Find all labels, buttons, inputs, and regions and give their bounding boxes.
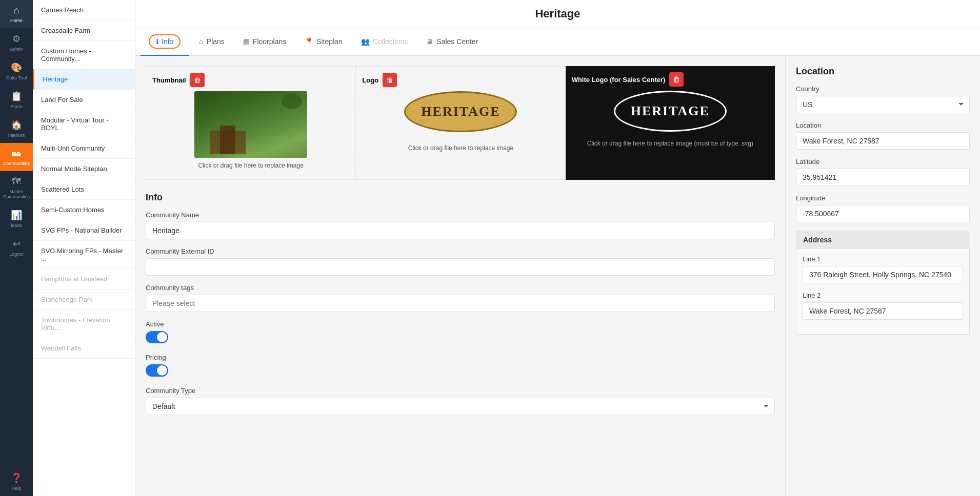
location-label: Location <box>796 121 970 129</box>
logo-upload-button[interactable]: 🗑 <box>383 73 397 87</box>
address-line1-group: Line 1 <box>803 255 963 283</box>
sidebar-item-custom-homes[interactable]: Custom Homes - Community... <box>33 41 135 69</box>
community-name-group: Community Name <box>146 211 775 239</box>
nav-label-communities: Communities <box>3 161 30 166</box>
pricing-group: Pricing <box>146 354 775 379</box>
location-input[interactable] <box>796 132 970 150</box>
info-section-title: Info <box>146 192 775 203</box>
tab-plans-label: Plans <box>207 37 225 46</box>
logo-image: Heritage <box>404 91 517 132</box>
sidebar-item-multi-unit[interactable]: Multi-Unit Community <box>33 138 135 159</box>
siteplan-icon: 📍 <box>305 37 313 46</box>
country-group: Country US <box>796 85 970 113</box>
tab-bar: ℹ Info ⌂ Plans ▦ Floorplans 📍 Siteplan 👥… <box>135 28 980 56</box>
community-name-input[interactable] <box>146 222 775 239</box>
nav-item-plans[interactable]: 📋 Plans <box>0 86 33 114</box>
home-icon: ⌂ <box>14 5 19 16</box>
logo-header: Logo 🗑 <box>362 73 559 87</box>
nav-item-logout[interactable]: ↩ Logout <box>0 233 33 262</box>
active-label: Active <box>146 320 775 328</box>
nav-label-plans: Plans <box>11 104 23 109</box>
sidebar-item-croasdaile-farm[interactable]: Croasdaile Farm <box>33 20 135 41</box>
country-select[interactable]: US <box>796 96 970 113</box>
nav-label-admin: Admin <box>10 47 23 52</box>
sidebar-item-semi-custom[interactable]: Semi-Custom Homes <box>33 200 135 220</box>
sidebar-item-heritage[interactable]: Heritage <box>33 69 135 90</box>
nav-label-interiors: Interiors <box>8 133 25 138</box>
thumbnail-content: Click or drag file here to replace image <box>152 91 349 173</box>
tab-siteplan[interactable]: 📍 Siteplan <box>296 31 351 53</box>
tab-sales-center[interactable]: 🖥 Sales Center <box>418 31 486 53</box>
sidebar-item-land-for-sale[interactable]: Land For Sale <box>33 90 135 110</box>
sidebar-item-svg-fps[interactable]: SVG FPs - National Builder <box>33 220 135 241</box>
info-section: Info Community Name Community External I… <box>146 192 775 415</box>
thumbnail-upload-box[interactable]: Thumbnail 🗑 Click or drag file here to r… <box>146 66 356 180</box>
address-line1-label: Line 1 <box>803 255 963 263</box>
page-header: Heritage <box>135 0 980 28</box>
community-external-id-label: Community External ID <box>146 247 775 255</box>
thumbnail-image <box>194 91 307 158</box>
white-logo-upload-box[interactable]: White Logo (for Sales Center) 🗑 Heritage… <box>566 66 775 180</box>
tab-floorplans[interactable]: ▦ Floorplans <box>235 31 294 53</box>
pricing-label: Pricing <box>146 354 775 361</box>
nav-label-color-tool: Color Tool <box>6 75 27 80</box>
white-logo-header: White Logo (for Sales Center) 🗑 <box>572 72 769 87</box>
active-group: Active <box>146 320 775 345</box>
community-tags-input[interactable] <box>146 295 775 312</box>
nav-item-home[interactable]: ⌂ Home <box>0 0 33 28</box>
thumbnail-upload-button[interactable]: 🗑 <box>190 73 205 87</box>
interiors-icon: 🏠 <box>11 119 22 131</box>
tab-info-label: Info <box>162 37 173 46</box>
sidebar-item-modular[interactable]: Modular - Virtual Tour - BOYL <box>33 110 135 138</box>
address-body: Line 1 Line 2 <box>796 249 970 335</box>
tab-plans[interactable]: ⌂ Plans <box>191 31 233 53</box>
nav-item-communities[interactable]: 🏘 Communities <box>0 143 33 171</box>
nav-item-master-communities[interactable]: 🗺 Master Communities <box>0 171 33 204</box>
sidebar-item-stonehenge[interactable]: Stonehenge Park <box>33 290 135 310</box>
nav-label-help: Help <box>12 486 22 491</box>
nav-item-color-tool[interactable]: 🎨 Color Tool <box>0 57 33 86</box>
sidebar-item-normal-mode[interactable]: Normal Mode Siteplan <box>33 159 135 179</box>
address-line1-input[interactable] <box>803 266 963 283</box>
nav-item-help[interactable]: ❓ Help <box>0 467 33 496</box>
logo-upload-box[interactable]: Logo 🗑 Heritage Click or drag file here … <box>356 66 565 180</box>
sidebar-item-svg-mirroring[interactable]: SVG Mirroring FPs - Master ... <box>33 241 135 269</box>
leads-icon: 📊 <box>11 210 22 221</box>
logout-icon: ↩ <box>13 238 21 250</box>
longitude-group: Longitude <box>796 194 970 222</box>
white-logo-label: White Logo (for Sales Center) <box>572 76 666 84</box>
community-type-select[interactable]: Default <box>146 398 775 415</box>
logo-label: Logo <box>362 76 378 84</box>
sidebar-item-hamptons[interactable]: Hamptons at Umstead <box>33 269 135 290</box>
pricing-toggle[interactable] <box>146 364 168 377</box>
sidebar-item-wendell-falls[interactable]: Wendell Falls <box>33 338 135 359</box>
sidebar-item-scattered-lots[interactable]: Scattered Lots <box>33 179 135 200</box>
page-title: Heritage <box>146 7 970 20</box>
tab-collections[interactable]: 👥 Collections <box>353 31 416 53</box>
nav-item-interiors[interactable]: 🏠 Interiors <box>0 114 33 143</box>
logo-replace-text: Click or drag file here to replace image <box>404 140 517 156</box>
sidebar-item-carries-reach[interactable]: Carries Reach <box>33 0 135 20</box>
latitude-input[interactable] <box>796 169 970 186</box>
sidebar: Carries Reach Croasdaile Farm Custom Hom… <box>33 0 135 496</box>
nav-label-logout: Logout <box>9 252 24 257</box>
active-toggle-knob <box>157 332 167 342</box>
tab-siteplan-label: Siteplan <box>316 37 343 46</box>
left-navigation: ⌂ Home ⚙ Admin 🎨 Color Tool 📋 Plans 🏠 In… <box>0 0 33 496</box>
pricing-toggle-knob <box>157 365 167 376</box>
longitude-label: Longitude <box>796 194 970 202</box>
community-type-label: Community Type <box>146 387 775 395</box>
communities-icon: 🏘 <box>12 148 21 159</box>
location-group: Location <box>796 121 970 150</box>
nav-item-leads[interactable]: 📊 leads <box>0 204 33 233</box>
white-logo-heritage-text: Heritage <box>631 104 710 119</box>
active-toggle[interactable] <box>146 331 168 343</box>
tab-info[interactable]: ℹ Info <box>141 28 189 56</box>
community-external-id-input[interactable] <box>146 258 775 276</box>
sidebar-item-townhomes[interactable]: Townhomes - Elevation Virtu... <box>33 310 135 338</box>
tab-sales-center-label: Sales Center <box>436 37 478 46</box>
nav-item-admin[interactable]: ⚙ Admin <box>0 28 33 57</box>
longitude-input[interactable] <box>796 205 970 222</box>
address-line2-input[interactable] <box>803 302 963 320</box>
white-logo-upload-button[interactable]: 🗑 <box>669 72 684 87</box>
